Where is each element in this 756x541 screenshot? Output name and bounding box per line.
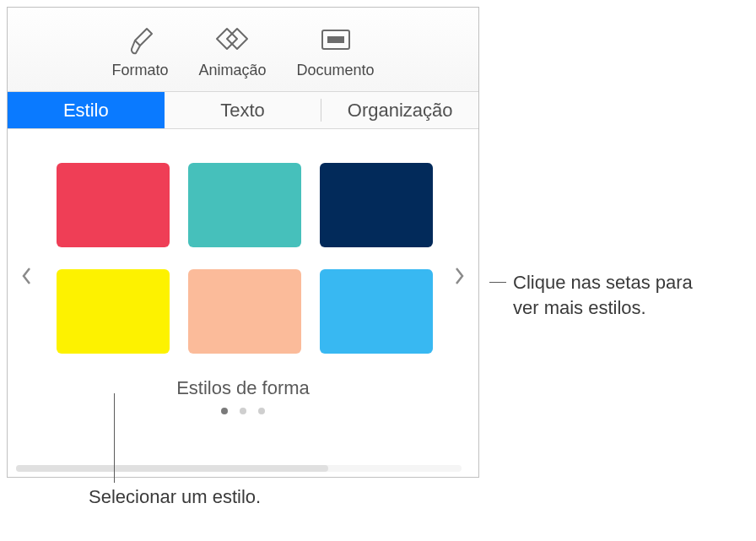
subtab-text[interactable]: Texto [165,92,321,128]
section-title: Estilos de forma [50,377,436,399]
scrollbar-thumb[interactable] [16,465,328,472]
style-swatch[interactable] [57,269,170,354]
toolbar-label: Animação [198,62,266,79]
page-dot[interactable] [258,408,265,414]
callout-text: Clique nas setas para ver mais estilos. [513,270,693,320]
page-dot[interactable] [221,408,228,414]
subtab-label: Texto [220,100,265,122]
style-swatch[interactable] [320,163,433,247]
page-dot[interactable] [240,408,246,414]
paintbrush-icon [120,23,160,58]
next-styles-arrow[interactable] [446,259,472,293]
main-toolbar: Formato Animação Documento [8,8,478,92]
slide-icon [316,23,356,58]
callout-connector [114,393,115,483]
subtab-arrange[interactable]: Organização [321,92,478,128]
toolbar-item-format[interactable]: Formato [106,21,173,81]
style-swatch[interactable] [188,163,301,247]
callout-arrows: Clique nas setas para ver mais estilos. [489,270,693,320]
horizontal-scrollbar[interactable] [16,465,462,472]
styles-area: Estilos de forma [8,129,478,423]
chevron-right-icon [453,266,465,286]
style-swatch[interactable] [188,269,301,354]
toolbar-item-document[interactable]: Documento [292,21,380,81]
subtab-bar: Estilo Texto Organização [8,92,478,129]
callout-select-style: Selecionar um estilo. [89,486,261,508]
callout-connector [489,282,506,283]
subtab-style[interactable]: Estilo [8,92,165,128]
toolbar-label: Documento [297,62,375,79]
style-swatch[interactable] [57,163,170,247]
style-swatch-grid [50,163,436,354]
style-swatch[interactable] [320,269,433,354]
page-indicator [50,408,436,414]
subtab-label: Organização [348,100,453,122]
diamond-icon [212,23,252,58]
chevron-left-icon [21,266,33,286]
subtab-label: Estilo [63,100,109,122]
toolbar-item-animation[interactable]: Animação [193,21,271,81]
svg-rect-1 [327,36,344,43]
prev-styles-arrow[interactable] [14,259,40,293]
toolbar-label: Formato [111,62,168,79]
inspector-panel: Formato Animação Documento [7,7,479,478]
